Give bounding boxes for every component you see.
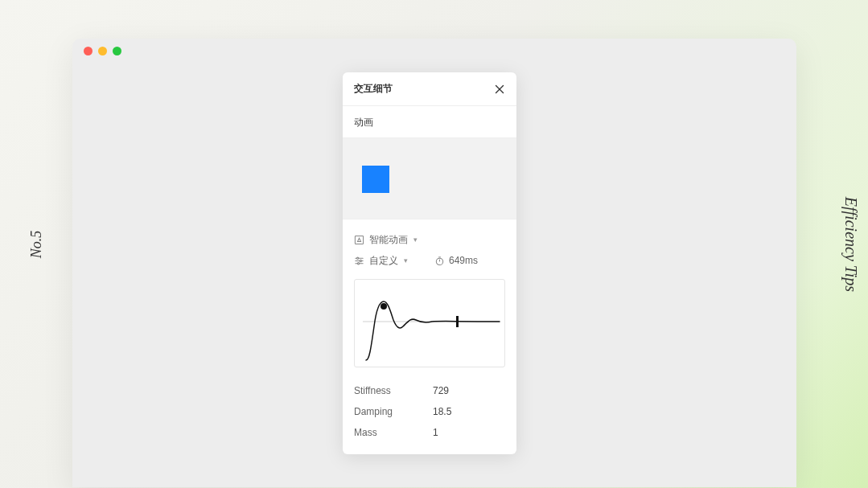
preview-element[interactable] [362,166,389,193]
app-window: 交互细节 动画 智能动画 ▾ [72,39,796,487]
mass-label: Mass [354,427,433,438]
svg-point-13 [381,303,387,310]
interaction-details-panel: 交互细节 动画 智能动画 ▾ [343,72,516,454]
chevron-down-icon: ▾ [413,236,418,244]
tab-animation[interactable]: 动画 [343,106,516,137]
panel-title: 交互细节 [354,82,393,96]
maximize-window-button[interactable] [113,47,121,55]
svg-rect-2 [355,236,363,244]
stiffness-row[interactable]: Stiffness 729 [354,380,505,401]
curve-type-value: 自定义 [369,254,398,268]
side-label-no: No.5 [28,230,45,258]
stopwatch-icon [434,256,445,266]
window-controls [84,47,121,55]
svg-point-6 [360,260,361,261]
damping-label: Damping [354,406,433,417]
animation-type-row[interactable]: 智能动画 ▾ [354,229,505,250]
panel-header: 交互细节 [343,72,516,106]
mass-row[interactable]: Mass 1 [354,422,505,443]
tab-animation-label: 动画 [354,117,373,128]
svg-rect-14 [456,316,459,327]
spring-curve-editor[interactable] [354,279,505,367]
mass-value: 1 [433,427,438,438]
animation-preview [343,137,516,219]
animation-settings: 智能动画 ▾ 自定义 ▾ [343,219,516,379]
curve-type-row[interactable]: 自定义 ▾ 649ms [354,250,505,271]
damping-row[interactable]: Damping 18.5 [354,401,505,422]
minimize-window-button[interactable] [98,47,107,55]
close-window-button[interactable] [84,47,93,55]
duration-value: 649ms [449,255,478,266]
spring-params: Stiffness 729 Damping 18.5 Mass 1 [343,379,516,454]
close-icon[interactable] [494,84,505,95]
damping-value: 18.5 [433,406,451,417]
svg-point-4 [357,257,359,259]
svg-point-8 [357,262,359,264]
chevron-down-icon: ▾ [404,256,408,265]
animation-type-value: 智能动画 [369,233,408,247]
stiffness-label: Stiffness [354,385,433,396]
stiffness-value: 729 [433,385,449,396]
svg-point-9 [436,258,442,265]
duration-field[interactable]: 649ms [434,255,478,266]
smart-animate-icon [354,235,364,245]
side-label-efficiency: Efficiency Tips [841,196,860,291]
sliders-icon [354,256,364,266]
